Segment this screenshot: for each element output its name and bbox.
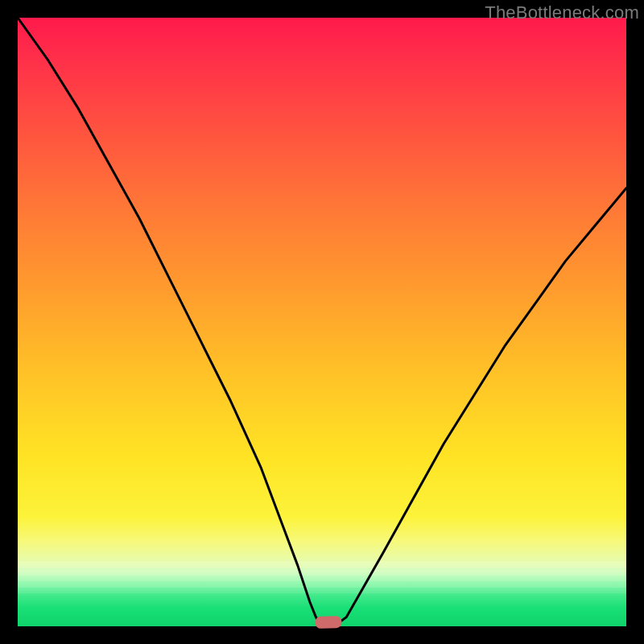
optimum-marker: [315, 616, 342, 629]
curve-path: [18, 18, 626, 626]
attribution-text: TheBottleneck.com: [485, 2, 639, 23]
chart-frame: TheBottleneck.com: [0, 0, 644, 644]
plot-area: [18, 18, 626, 626]
bottleneck-curve: [18, 18, 626, 626]
